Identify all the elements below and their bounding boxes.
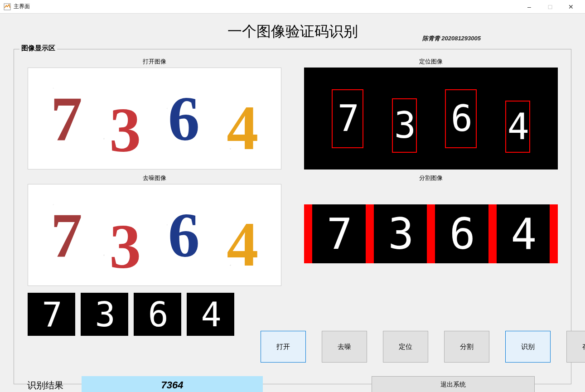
located-digit-box: 6 [445,89,477,148]
captcha-digit: 4 [227,213,258,276]
recognize-button[interactable]: 识别 [505,331,551,363]
result-value: 7364 [82,376,263,392]
app-icon [4,3,11,10]
located-digit-box: 4 [505,101,530,153]
segment-cell: 6 [435,204,488,263]
digit-preview: 3 [81,293,128,336]
author-label: 陈青青 202081293005 [422,34,481,43]
panel-segment-label: 分割图像 [304,174,558,182]
groupbox-title: 图像显示区 [19,44,57,53]
segment-image: 7364 [304,184,558,286]
result-label: 识别结果 [27,379,63,392]
digit-preview: 6 [134,293,181,336]
panel-locate: 定位图像 7364 [304,58,558,169]
digit-preview-row: 7364 [28,293,557,336]
titlebar: 主界面 – □ ✕ [0,0,585,14]
minimize-button[interactable]: – [519,0,540,14]
panel-open-label: 打开图像 [28,58,281,66]
digit-preview: 7 [28,293,75,336]
segment-button[interactable]: 分割 [444,331,489,363]
located-digit-box: 7 [332,89,363,148]
window-title: 主界面 [14,3,30,10]
located-digit-box: 3 [392,98,417,153]
panel-denoise-label: 去噪图像 [28,174,281,182]
locate-image: 7364 [304,68,558,169]
maximize-button[interactable]: □ [540,0,561,14]
captcha-digit: 3 [109,215,141,278]
page-title: 一个图像验证码识别 [227,22,358,42]
segment-cell: 4 [497,204,550,263]
panel-segment: 分割图像 7364 [304,174,558,286]
segment-cell: 3 [374,204,427,263]
open-button[interactable]: 打开 [261,331,306,363]
close-button[interactable]: ✕ [561,0,581,14]
captcha-digit: 7 [51,87,82,150]
button-row: 打开 去噪 定位 分割 识别 存储 [261,331,585,363]
panel-denoise: 去噪图像 7364 [28,174,281,286]
save-button[interactable]: 存储 [566,331,585,363]
header: 一个图像验证码识别 陈青青 202081293005 [14,18,571,45]
captcha-digit: 3 [109,98,141,162]
segment-cell: 7 [312,204,366,263]
result-row: 识别结果 7364 [27,376,263,392]
captcha-digit: 4 [227,96,258,160]
panel-locate-label: 定位图像 [304,58,558,66]
captcha-digit: 6 [168,203,200,267]
panel-open: 打开图像 7364 [28,58,281,169]
exit-button[interactable]: 退出系统 [372,376,535,392]
denoise-image: 7364 [28,184,281,286]
captcha-digit: 7 [51,203,82,267]
captcha-digit: 6 [168,87,200,150]
digit-preview: 4 [187,293,234,336]
open-image: 7364 [28,68,281,169]
locate-button[interactable]: 定位 [383,331,428,363]
denoise-button[interactable]: 去噪 [322,331,367,363]
